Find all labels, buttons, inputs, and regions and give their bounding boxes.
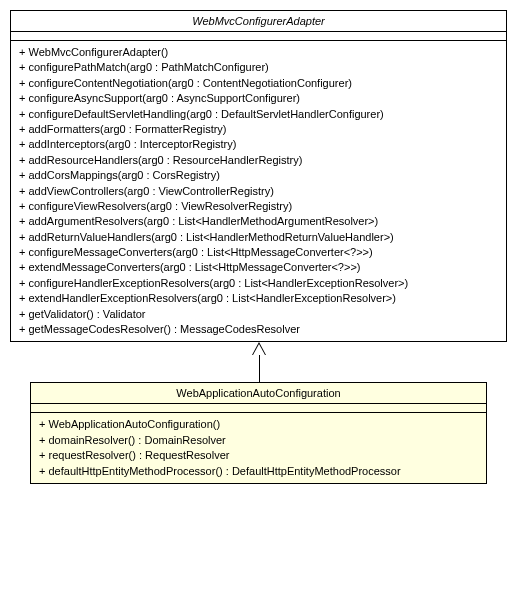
- method: + extendHandlerExceptionResolvers(arg0 :…: [19, 291, 498, 306]
- uml-class-child: WebApplicationAutoConfiguration + WebApp…: [30, 382, 487, 484]
- method: + addViewControllers(arg0 : ViewControll…: [19, 184, 498, 199]
- method: + configureAsyncSupport(arg0 : AsyncSupp…: [19, 91, 498, 106]
- method: + configureHandlerExceptionResolvers(arg…: [19, 276, 498, 291]
- inheritance-arrow: [11, 342, 506, 382]
- method: + extendMessageConverters(arg0 : List<Ht…: [19, 260, 498, 275]
- attrs-child: [31, 404, 486, 413]
- method: + configureMessageConverters(arg0 : List…: [19, 245, 498, 260]
- method: + addInterceptors(arg0 : InterceptorRegi…: [19, 137, 498, 152]
- method: + domainResolver() : DomainResolver: [39, 433, 478, 448]
- attrs-parent: [11, 32, 506, 41]
- method: + addReturnValueHandlers(arg0 : List<Han…: [19, 230, 498, 245]
- method: + requestResolver() : RequestResolver: [39, 448, 478, 463]
- method: + addFormatters(arg0 : FormatterRegistry…: [19, 122, 498, 137]
- methods-parent: + WebMvcConfigurerAdapter() + configureP…: [11, 41, 506, 341]
- method: + addResourceHandlers(arg0 : ResourceHan…: [19, 153, 498, 168]
- methods-child: + WebApplicationAutoConfiguration() + do…: [31, 413, 486, 483]
- uml-class-parent: WebMvcConfigurerAdapter + WebMvcConfigur…: [10, 10, 507, 342]
- method: + WebMvcConfigurerAdapter(): [19, 45, 498, 60]
- method: + configureDefaultServletHandling(arg0 :…: [19, 107, 498, 122]
- method: + configureContentNegotiation(arg0 : Con…: [19, 76, 498, 91]
- method: + getMessageCodesResolver() : MessageCod…: [19, 322, 498, 337]
- method: + getValidator() : Validator: [19, 307, 498, 322]
- method: + configurePathMatch(arg0 : PathMatchCon…: [19, 60, 498, 75]
- method: + WebApplicationAutoConfiguration(): [39, 417, 478, 432]
- method: + addArgumentResolvers(arg0 : List<Handl…: [19, 214, 498, 229]
- class-name-child: WebApplicationAutoConfiguration: [31, 383, 486, 404]
- method: + addCorsMappings(arg0 : CorsRegistry): [19, 168, 498, 183]
- method: + defaultHttpEntityMethodProcessor() : D…: [39, 464, 478, 479]
- method: + configureViewResolvers(arg0 : ViewReso…: [19, 199, 498, 214]
- class-name-parent: WebMvcConfigurerAdapter: [11, 11, 506, 32]
